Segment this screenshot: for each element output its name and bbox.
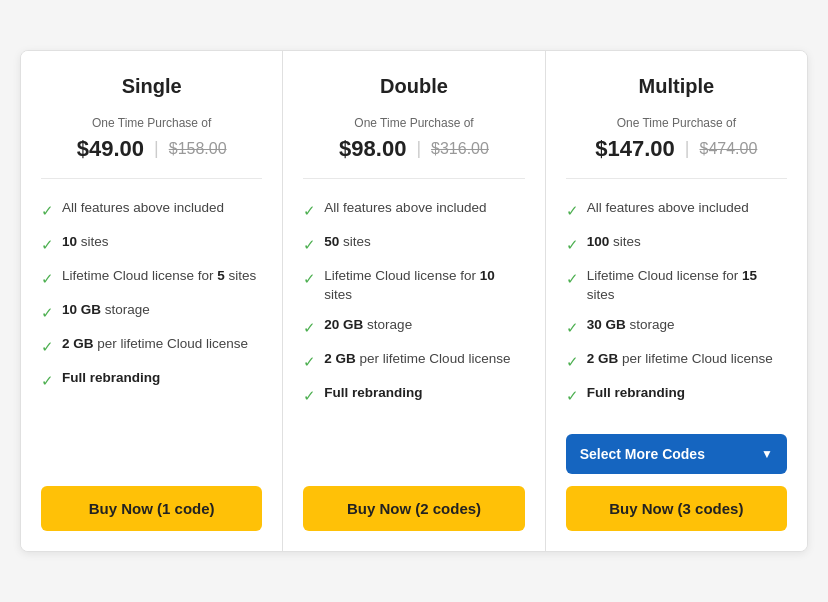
price-divider-single: | bbox=[154, 138, 159, 159]
list-item: ✓2 GB per lifetime Cloud license bbox=[566, 350, 787, 372]
list-item: ✓100 sites bbox=[566, 233, 787, 255]
list-item: ✓10 sites bbox=[41, 233, 262, 255]
checkmark-icon: ✓ bbox=[303, 200, 316, 221]
feature-text-multiple-1: 100 sites bbox=[587, 233, 641, 252]
price-current-multiple: $147.00 bbox=[595, 136, 675, 162]
checkmark-icon: ✓ bbox=[41, 370, 54, 391]
feature-text-single-1: 10 sites bbox=[62, 233, 109, 252]
price-label-multiple: One Time Purchase of bbox=[566, 116, 787, 130]
price-current-single: $49.00 bbox=[77, 136, 144, 162]
feature-text-single-2: Lifetime Cloud license for 5 sites bbox=[62, 267, 256, 286]
checkmark-icon: ✓ bbox=[566, 268, 579, 289]
price-original-double: $316.00 bbox=[431, 140, 489, 158]
select-more-button[interactable]: Select More Codes▼ bbox=[566, 434, 787, 474]
select-more-container: Select More Codes▼ bbox=[566, 434, 787, 474]
feature-text-multiple-3: 30 GB storage bbox=[587, 316, 675, 335]
checkmark-icon: ✓ bbox=[303, 234, 316, 255]
price-label-single: One Time Purchase of bbox=[41, 116, 262, 130]
checkmark-icon: ✓ bbox=[303, 317, 316, 338]
feature-text-double-5: Full rebranding bbox=[324, 384, 422, 403]
feature-text-multiple-4: 2 GB per lifetime Cloud license bbox=[587, 350, 773, 369]
checkmark-icon: ✓ bbox=[566, 200, 579, 221]
plan-title-double: Double bbox=[303, 75, 524, 98]
price-original-single: $158.00 bbox=[169, 140, 227, 158]
list-item: ✓Lifetime Cloud license for 5 sites bbox=[41, 267, 262, 289]
list-item: ✓Full rebranding bbox=[41, 369, 262, 391]
list-item: ✓Lifetime Cloud license for 15 sites bbox=[566, 267, 787, 305]
buy-button-single[interactable]: Buy Now (1 code) bbox=[41, 486, 262, 531]
price-section-multiple: One Time Purchase of$147.00|$474.00 bbox=[566, 116, 787, 179]
features-list-single: ✓All features above included✓10 sites✓Li… bbox=[41, 199, 262, 471]
list-item: ✓20 GB storage bbox=[303, 316, 524, 338]
list-item: ✓2 GB per lifetime Cloud license bbox=[41, 335, 262, 357]
price-divider-multiple: | bbox=[685, 138, 690, 159]
feature-text-single-3: 10 GB storage bbox=[62, 301, 150, 320]
price-label-double: One Time Purchase of bbox=[303, 116, 524, 130]
feature-text-double-1: 50 sites bbox=[324, 233, 371, 252]
list-item: ✓Lifetime Cloud license for 10 sites bbox=[303, 267, 524, 305]
checkmark-icon: ✓ bbox=[566, 385, 579, 406]
pricing-container: SingleOne Time Purchase of$49.00|$158.00… bbox=[20, 50, 808, 553]
features-list-double: ✓All features above included✓50 sites✓Li… bbox=[303, 199, 524, 471]
price-section-single: One Time Purchase of$49.00|$158.00 bbox=[41, 116, 262, 179]
feature-text-single-5: Full rebranding bbox=[62, 369, 160, 388]
price-original-multiple: $474.00 bbox=[700, 140, 758, 158]
feature-text-double-2: Lifetime Cloud license for 10 sites bbox=[324, 267, 524, 305]
price-row-single: $49.00|$158.00 bbox=[41, 136, 262, 162]
feature-text-single-0: All features above included bbox=[62, 199, 224, 218]
list-item: ✓50 sites bbox=[303, 233, 524, 255]
feature-text-multiple-5: Full rebranding bbox=[587, 384, 685, 403]
feature-text-double-0: All features above included bbox=[324, 199, 486, 218]
list-item: ✓30 GB storage bbox=[566, 316, 787, 338]
price-divider-double: | bbox=[416, 138, 421, 159]
list-item: ✓All features above included bbox=[303, 199, 524, 221]
list-item: ✓2 GB per lifetime Cloud license bbox=[303, 350, 524, 372]
price-section-double: One Time Purchase of$98.00|$316.00 bbox=[303, 116, 524, 179]
checkmark-icon: ✓ bbox=[41, 302, 54, 323]
plan-title-multiple: Multiple bbox=[566, 75, 787, 98]
buy-button-multiple[interactable]: Buy Now (3 codes) bbox=[566, 486, 787, 531]
feature-text-multiple-2: Lifetime Cloud license for 15 sites bbox=[587, 267, 787, 305]
plan-card-double: DoubleOne Time Purchase of$98.00|$316.00… bbox=[283, 51, 545, 552]
checkmark-icon: ✓ bbox=[303, 385, 316, 406]
list-item: ✓10 GB storage bbox=[41, 301, 262, 323]
checkmark-icon: ✓ bbox=[566, 234, 579, 255]
buy-button-double[interactable]: Buy Now (2 codes) bbox=[303, 486, 524, 531]
checkmark-icon: ✓ bbox=[41, 336, 54, 357]
select-more-label: Select More Codes bbox=[580, 446, 705, 462]
chevron-down-icon: ▼ bbox=[761, 447, 773, 461]
list-item: ✓All features above included bbox=[566, 199, 787, 221]
feature-text-double-4: 2 GB per lifetime Cloud license bbox=[324, 350, 510, 369]
price-row-multiple: $147.00|$474.00 bbox=[566, 136, 787, 162]
list-item: ✓Full rebranding bbox=[303, 384, 524, 406]
price-row-double: $98.00|$316.00 bbox=[303, 136, 524, 162]
plan-card-multiple: MultipleOne Time Purchase of$147.00|$474… bbox=[546, 51, 807, 552]
checkmark-icon: ✓ bbox=[566, 317, 579, 338]
list-item: ✓Full rebranding bbox=[566, 384, 787, 406]
checkmark-icon: ✓ bbox=[41, 234, 54, 255]
checkmark-icon: ✓ bbox=[566, 351, 579, 372]
feature-text-double-3: 20 GB storage bbox=[324, 316, 412, 335]
price-current-double: $98.00 bbox=[339, 136, 406, 162]
checkmark-icon: ✓ bbox=[41, 200, 54, 221]
list-item: ✓All features above included bbox=[41, 199, 262, 221]
feature-text-multiple-0: All features above included bbox=[587, 199, 749, 218]
feature-text-single-4: 2 GB per lifetime Cloud license bbox=[62, 335, 248, 354]
checkmark-icon: ✓ bbox=[41, 268, 54, 289]
features-list-multiple: ✓All features above included✓100 sites✓L… bbox=[566, 199, 787, 419]
plan-card-single: SingleOne Time Purchase of$49.00|$158.00… bbox=[21, 51, 283, 552]
checkmark-icon: ✓ bbox=[303, 268, 316, 289]
plan-title-single: Single bbox=[41, 75, 262, 98]
checkmark-icon: ✓ bbox=[303, 351, 316, 372]
